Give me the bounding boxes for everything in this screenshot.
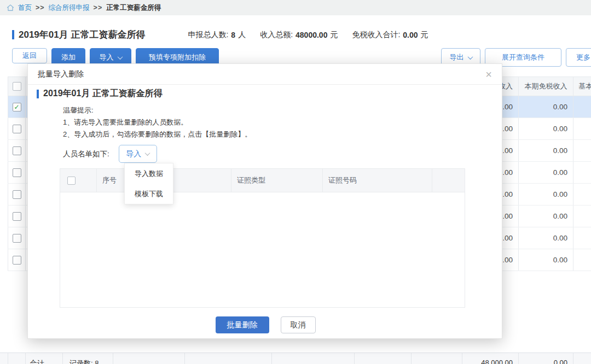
breadcrumb-current: 正常工资薪金所得 (106, 3, 161, 13)
cell-basic (573, 140, 591, 161)
row-checkbox[interactable] (13, 234, 21, 243)
totals-empty-cell (113, 353, 185, 364)
col-header-cert-no: 证照号码 (323, 169, 432, 192)
row-checkbox[interactable] (13, 190, 21, 199)
row-checkbox[interactable] (13, 146, 21, 155)
modal-header: 批量导入删除 × (28, 64, 502, 85)
select-all-checkbox[interactable] (13, 82, 21, 91)
modal-tips: 温馨提示: 1、请先导入需要批量删除的人员数据。 2、导入成功后，勾选你要删除的… (63, 104, 252, 140)
stat-unit: 元 (330, 30, 338, 40)
cell-taxfree: 0.00 (519, 249, 573, 271)
back-button[interactable]: 返回 (12, 48, 47, 63)
totals-records: 记录数: 8 (63, 353, 113, 364)
stat-taxfree-total: 免税收入合计: 0.00 元 (352, 30, 428, 40)
totals-empty-cell (185, 353, 272, 364)
chevron-down-icon (145, 150, 150, 156)
tip-line-2: 2、导入成功后，勾选你要删除的数据，点击【批量删除】。 (63, 128, 252, 140)
modal-select-all-checkbox[interactable] (67, 177, 76, 185)
breadcrumb-home[interactable]: 首页 (18, 3, 32, 13)
export-button-label: 导出 (450, 52, 464, 62)
stat-value: 8 (231, 31, 235, 39)
cell-basic (573, 118, 591, 139)
cell-basic (573, 184, 591, 205)
cancel-button[interactable]: 取消 (281, 316, 316, 333)
batch-import-delete-modal: 批量导入删除 × 2019年01月 正常工资薪金所得 温馨提示: 1、请先导入需… (27, 63, 502, 339)
person-list-row: 人员名单如下: 导入 (63, 145, 157, 163)
row-checkbox[interactable] (13, 168, 21, 177)
totals-cb-cell (8, 353, 26, 364)
col-header-taxfree: 本期免税收入 (519, 77, 573, 96)
chevron-down-icon (117, 54, 123, 60)
more-button[interactable]: 更多 (566, 48, 591, 67)
breadcrumb-separator: >> (36, 4, 45, 11)
menu-item-template-download[interactable]: 模板下载 (125, 184, 173, 204)
tip-line-1: 1、请先导入需要批量删除的人员数据。 (63, 116, 252, 128)
breadcrumb: 首页 >> 综合所得申报 >> 正常工资薪金所得 (0, 0, 591, 15)
modal-table-header: 序号 证照类型 证照号码 (60, 169, 465, 192)
modal-section-title: 2019年01月 正常工资薪金所得 (43, 88, 163, 99)
breadcrumb-level1[interactable]: 综合所得申报 (49, 3, 90, 13)
cell-taxfree: 0.00 (519, 227, 573, 249)
stat-label: 免税收入合计: (352, 30, 400, 40)
batch-delete-button[interactable]: 批量删除 (216, 316, 269, 333)
cell-taxfree: 0.00 (519, 96, 573, 118)
stat-label: 申报总人数: (188, 30, 228, 40)
modal-footer-buttons: 批量删除 取消 (28, 316, 503, 333)
totals-row: 合计 记录数: 8 48,000.00 0.00 (0, 353, 591, 364)
home-icon[interactable] (7, 4, 14, 11)
totals-label: 合计 (26, 353, 63, 364)
totals-empty-cell (272, 353, 355, 364)
stat-label: 收入总额: (260, 30, 293, 40)
modal-section-header: 2019年01月 正常工资薪金所得 (37, 88, 163, 99)
modal-title: 批量导入删除 (38, 69, 84, 79)
cell-basic (573, 162, 591, 183)
cell-basic (573, 249, 591, 271)
cell-taxfree: 0.00 (519, 140, 573, 161)
close-icon[interactable]: × (485, 69, 492, 80)
cell-basic (573, 227, 591, 249)
import-dropdown-menu: 导入数据 模板下载 (124, 163, 173, 204)
breadcrumb-separator: >> (94, 4, 103, 11)
cell-taxfree: 0.00 (519, 162, 573, 183)
modal-import-label: 导入 (126, 149, 141, 159)
row-checkbox[interactable] (13, 103, 21, 111)
totals-empty-cell (573, 353, 591, 364)
stat-value: 48000.00 (296, 31, 327, 39)
cell-basic (573, 206, 591, 227)
col-header-actions (432, 169, 465, 192)
stat-declared-count: 申报总人数: 8 人 (188, 30, 246, 40)
page-title: 2019年01月 正常工资薪金所得 (19, 28, 145, 41)
modal-import-dropdown-button[interactable]: 导入 (119, 145, 157, 163)
totals-empty-cell (412, 353, 462, 364)
col-header-basic: 基本 (573, 77, 591, 96)
stat-income-total: 收入总额: 48000.00 元 (260, 30, 338, 40)
cell-taxfree: 0.00 (519, 206, 573, 227)
totals-taxfree: 0.00 (519, 353, 573, 364)
title-accent-bar (12, 30, 14, 39)
cell-taxfree: 0.00 (519, 118, 573, 139)
cell-taxfree: 0.00 (519, 184, 573, 205)
import-button-label: 导入 (100, 52, 114, 62)
tips-title: 温馨提示: (63, 104, 252, 116)
person-list-label: 人员名单如下: (63, 149, 109, 159)
totals-empty-cell (355, 353, 412, 364)
totals-income: 48,000.00 (462, 353, 519, 364)
col-header-cert-type: 证照类型 (231, 169, 323, 192)
row-checkbox[interactable] (13, 212, 21, 221)
menu-item-import-data[interactable]: 导入数据 (125, 163, 173, 184)
stat-unit: 人 (238, 30, 246, 40)
cell-basic (573, 96, 591, 118)
title-accent-bar (37, 90, 39, 98)
chevron-down-icon (467, 54, 473, 60)
stat-value: 0.00 (403, 31, 418, 39)
row-checkbox[interactable] (13, 256, 21, 265)
header-stats: 申报总人数: 8 人 收入总额: 48000.00 元 免税收入合计: 0.00… (188, 30, 428, 40)
row-checkbox[interactable] (13, 125, 21, 133)
page-header: 2019年01月 正常工资薪金所得 申报总人数: 8 人 收入总额: 48000… (12, 28, 428, 41)
stat-unit: 元 (421, 30, 428, 40)
modal-person-table: 序号 证照类型 证照号码 (60, 168, 465, 308)
